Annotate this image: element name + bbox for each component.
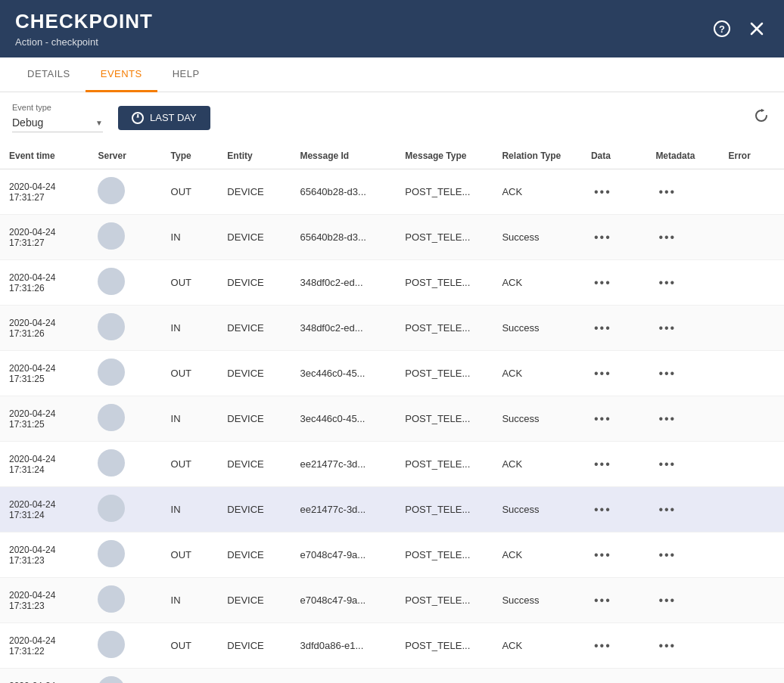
cell-server [89, 487, 161, 532]
cell-metadata: ••• [646, 532, 719, 578]
cell-entity: DEVICE [218, 306, 291, 351]
header-left: CHECKPOINT Action - checkpoint [15, 10, 153, 48]
data-dots-button[interactable]: ••• [591, 184, 614, 200]
cell-message-type: POST_TELE... [396, 623, 493, 669]
metadata-dots-button[interactable]: ••• [655, 547, 679, 563]
cell-metadata: ••• [646, 396, 719, 442]
cell-entity: DEVICE [218, 351, 291, 396]
data-dots-button[interactable]: ••• [591, 456, 614, 473]
table-body: 2020-04-24 17:31:27OUTDEVICE65640b28-d3.… [0, 169, 784, 684]
chevron-down-icon: ▼ [95, 119, 103, 127]
cell-message-id: 3ec446c0-45... [291, 396, 396, 442]
metadata-dots-button[interactable]: ••• [655, 501, 679, 518]
col-header-server: Server [89, 143, 161, 169]
data-dots-button[interactable]: ••• [591, 320, 614, 337]
col-header-message-type: Message Type [396, 143, 493, 169]
cell-server [89, 669, 161, 684]
avatar [98, 495, 125, 522]
col-header-message-id: Message Id [291, 143, 396, 169]
cell-event-time: 2020-04-24 17:31:22 [0, 623, 89, 669]
tab-details[interactable]: DETAILS [12, 57, 86, 92]
cell-error [719, 532, 784, 578]
cell-entity: DEVICE [218, 260, 291, 306]
cell-relation-type: Success [493, 396, 581, 442]
table-row: 2020-04-24 17:31:27OUTDEVICE65640b28-d3.… [0, 169, 784, 215]
cell-data: ••• [582, 442, 646, 487]
tabs-bar: DETAILS EVENTS HELP [0, 57, 784, 92]
cell-error [719, 442, 784, 487]
cell-message-type: POST_TELE... [396, 169, 493, 215]
event-type-dropdown[interactable]: Debug ▼ [12, 113, 103, 132]
cell-message-type: POST_TELE... [396, 487, 493, 532]
cell-type: OUT [162, 442, 219, 487]
cell-event-time: 2020-04-24 17:31:25 [0, 351, 89, 396]
cell-metadata: ••• [646, 487, 719, 532]
tab-help[interactable]: HELP [157, 57, 215, 92]
avatar [98, 359, 125, 386]
cell-message-id: 65640b28-d3... [291, 215, 396, 260]
metadata-dots-button[interactable]: ••• [655, 184, 679, 200]
cell-entity: DEVICE [218, 669, 291, 684]
cell-type: OUT [162, 532, 219, 578]
cell-entity: DEVICE [218, 169, 291, 215]
metadata-dots-button[interactable]: ••• [655, 365, 679, 382]
metadata-dots-button[interactable]: ••• [655, 320, 679, 337]
metadata-dots-button[interactable]: ••• [655, 275, 679, 291]
data-dots-button[interactable]: ••• [591, 501, 614, 518]
col-header-error: Error [719, 143, 784, 169]
cell-error [719, 169, 784, 215]
cell-metadata: ••• [646, 669, 719, 684]
last-day-button[interactable]: LAST DAY [118, 106, 210, 130]
data-dots-button[interactable]: ••• [591, 365, 614, 382]
metadata-dots-button[interactable]: ••• [655, 638, 679, 654]
cell-error [719, 396, 784, 442]
table-row: 2020-04-24 17:31:24OUTDEVICEee21477c-3d.… [0, 442, 784, 487]
cell-event-time: 2020-04-24 17:31:23 [0, 578, 89, 623]
help-button[interactable]: ? [710, 17, 734, 41]
cell-error [719, 578, 784, 623]
cell-server [89, 351, 161, 396]
cell-metadata: ••• [646, 442, 719, 487]
data-dots-button[interactable]: ••• [591, 275, 614, 291]
cell-server [89, 532, 161, 578]
cell-relation-type: ACK [493, 442, 581, 487]
data-dots-button[interactable]: ••• [591, 229, 614, 246]
cell-error [719, 669, 784, 684]
cell-entity: DEVICE [218, 487, 291, 532]
event-type-selector[interactable]: Event type Debug ▼ [12, 103, 103, 132]
events-table-container: Event time Server Type Entity Message Id… [0, 143, 784, 683]
col-header-data: Data [582, 143, 646, 169]
cell-relation-type: Success [493, 215, 581, 260]
col-header-type: Type [162, 143, 219, 169]
cell-relation-type: Success [493, 578, 581, 623]
cell-type: OUT [162, 351, 219, 396]
cell-server [89, 169, 161, 215]
table-row: 2020-04-24 17:31:24INDEVICEee21477c-3d..… [0, 487, 784, 532]
cell-error [719, 623, 784, 669]
avatar [98, 449, 125, 477]
data-dots-button[interactable]: ••• [591, 547, 614, 563]
data-dots-button[interactable]: ••• [591, 411, 614, 427]
cell-relation-type: ACK [493, 169, 581, 215]
close-button[interactable] [745, 17, 769, 41]
metadata-dots-button[interactable]: ••• [655, 592, 679, 609]
data-dots-button[interactable]: ••• [591, 592, 614, 609]
table-row: 2020-04-24 17:31:27INDEVICE65640b28-d3..… [0, 215, 784, 260]
refresh-button[interactable] [751, 105, 772, 130]
cell-data: ••• [582, 669, 646, 684]
metadata-dots-button[interactable]: ••• [655, 456, 679, 473]
cell-event-time: 2020-04-24 17:31:22 [0, 669, 89, 684]
cell-server [89, 442, 161, 487]
cell-type: OUT [162, 623, 219, 669]
data-dots-button[interactable]: ••• [591, 638, 614, 654]
metadata-dots-button[interactable]: ••• [655, 229, 679, 246]
cell-metadata: ••• [646, 578, 719, 623]
cell-relation-type: Success [493, 669, 581, 684]
cell-type: IN [162, 578, 219, 623]
tab-events[interactable]: EVENTS [86, 57, 157, 92]
col-header-metadata: Metadata [646, 143, 719, 169]
metadata-dots-button[interactable]: ••• [655, 411, 679, 427]
cell-type: IN [162, 669, 219, 684]
cell-data: ••• [582, 532, 646, 578]
cell-message-id: e7048c47-9a... [291, 532, 396, 578]
